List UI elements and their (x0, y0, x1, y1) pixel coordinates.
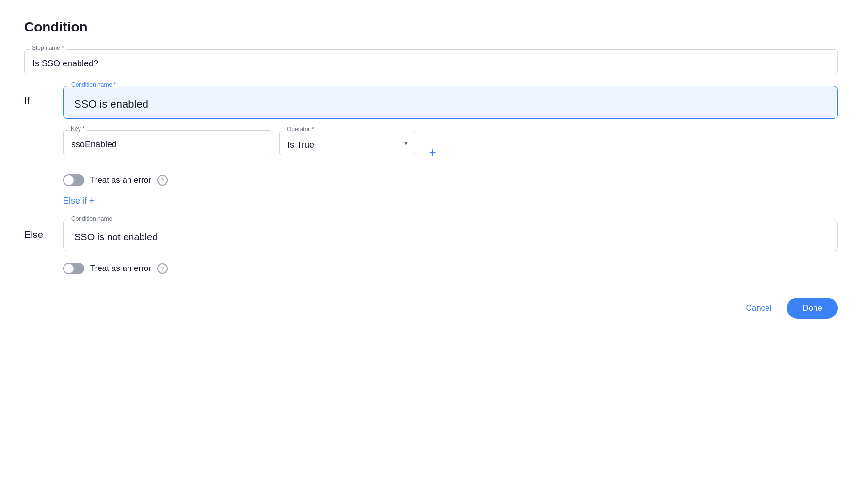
else-toggle-thumb (64, 264, 74, 273)
if-toggle-thumb (64, 175, 74, 185)
add-condition-button[interactable]: + (423, 142, 442, 162)
footer-actions: Cancel Done (24, 298, 838, 319)
else-treat-error-label: Treat as an error (90, 264, 151, 273)
if-treat-error-label: Treat as an error (90, 175, 151, 185)
step-name-input[interactable] (24, 49, 838, 74)
operator-select[interactable]: Is True Is False Equals Not Equals (279, 131, 415, 155)
else-treat-error-toggle[interactable] (63, 263, 84, 274)
key-field-group: Key * (63, 130, 271, 155)
else-condition-name-group: Condition name (63, 220, 838, 251)
cancel-button[interactable]: Cancel (738, 299, 779, 318)
operator-field-group: Operator * Is True Is False Equals Not E… (279, 131, 415, 155)
step-name-label: Step name * (30, 45, 66, 51)
step-name-group: Step name * (24, 49, 838, 74)
if-treat-error-row: Treat as an error ? (63, 174, 838, 186)
if-treat-error-help-icon[interactable]: ? (157, 175, 168, 186)
key-operator-row: Key * Operator * Is True Is False Equals… (63, 130, 838, 167)
if-condition-name-group: Condition name * (63, 86, 838, 119)
done-button[interactable]: Done (787, 298, 838, 319)
if-content: Condition name * Key * Operator * Is Tru… (63, 86, 838, 190)
else-condition-block: Condition name (63, 220, 838, 251)
if-label: If (24, 86, 53, 107)
else-condition-name-label: Condition name (69, 215, 114, 222)
if-toggle-track (63, 174, 84, 186)
else-condition-name-input[interactable] (72, 229, 829, 246)
else-label: Else (24, 220, 53, 240)
operator-label: Operator * (285, 126, 316, 133)
if-condition-block: Condition name * (63, 86, 838, 119)
key-input[interactable] (63, 130, 271, 155)
else-section: Else Condition name Treat as an error ? (24, 220, 838, 278)
key-label: Key * (69, 126, 87, 132)
else-treat-error-row: Treat as an error ? (63, 263, 838, 274)
page-title: Condition (24, 19, 838, 35)
operator-select-wrapper: Is True Is False Equals Not Equals ▼ (279, 131, 415, 155)
else-if-link[interactable]: Else if + (63, 196, 95, 206)
else-content: Condition name Treat as an error ? (63, 220, 838, 278)
if-condition-name-label: Condition name * (69, 81, 118, 88)
else-treat-error-help-icon[interactable]: ? (157, 263, 168, 274)
if-treat-error-toggle[interactable] (63, 174, 84, 186)
if-section: If Condition name * Key * Operator * Is … (24, 86, 838, 190)
if-condition-name-input[interactable] (72, 95, 829, 113)
else-toggle-track (63, 263, 84, 274)
